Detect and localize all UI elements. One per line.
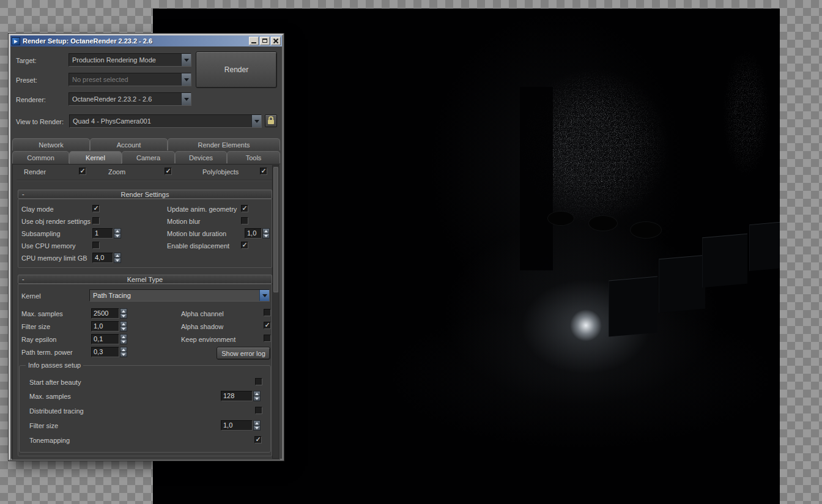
- max-samples-field[interactable]: 2500: [91, 308, 119, 319]
- clay-mode-checkbox[interactable]: ✓: [92, 205, 100, 212]
- target-dropdown[interactable]: Production Rendering Mode: [68, 53, 191, 67]
- show-error-log-button[interactable]: Show error log: [217, 347, 270, 360]
- maximize-button[interactable]: [260, 37, 270, 45]
- info-filter-size-field[interactable]: 1,0: [221, 420, 253, 431]
- spinner-up-icon[interactable]: [120, 321, 127, 327]
- tab-network[interactable]: Network: [12, 138, 90, 150]
- tonemapping-checkbox[interactable]: ✓: [254, 436, 262, 443]
- enable-displacement-checkbox[interactable]: ✓: [241, 242, 248, 249]
- distributed-tracing-checkbox[interactable]: [255, 407, 262, 414]
- motion-blur-checkbox[interactable]: [241, 217, 248, 224]
- kernel-type-rollup-header[interactable]: - Kernel Type: [18, 275, 272, 284]
- scene-cube: [749, 222, 780, 271]
- filter-size-field[interactable]: 1,0: [91, 321, 119, 332]
- render-settings-rollup-header[interactable]: - Render Settings: [18, 190, 272, 199]
- spinner-up-icon[interactable]: [120, 308, 127, 314]
- tab-account[interactable]: Account: [90, 138, 168, 150]
- subsampling-field[interactable]: 1: [92, 228, 113, 239]
- renderer-dropdown-value: OctaneRender 2.23.2 - 2.6: [69, 95, 181, 103]
- spinner-up-icon[interactable]: [120, 347, 127, 352]
- tab-tools[interactable]: Tools: [227, 151, 280, 163]
- use-cpu-memory-checkbox[interactable]: [92, 242, 100, 249]
- renderer-dropdown[interactable]: OctaneRender 2.23.2 - 2.6: [68, 92, 191, 106]
- kernel-dropdown[interactable]: Path Tracing: [89, 289, 270, 302]
- alpha-shadow-checkbox[interactable]: ✓: [264, 322, 271, 329]
- info-max-samples-spinner[interactable]: 128: [221, 391, 261, 401]
- scene-stool: [588, 215, 618, 231]
- tab-kernel[interactable]: Kernel: [69, 151, 122, 164]
- keep-environment-checkbox[interactable]: [264, 335, 271, 342]
- cpu-memory-limit-spinner[interactable]: 4,0: [92, 253, 121, 263]
- rollup-title: Render Settings: [121, 191, 169, 198]
- path-term-power-field[interactable]: 0,3: [91, 347, 119, 357]
- motion-blur-duration-spinner[interactable]: 1,0: [245, 228, 270, 239]
- chevron-down-icon[interactable]: [181, 73, 191, 86]
- subsampling-spinner[interactable]: 1: [92, 228, 121, 239]
- spinner-up-icon[interactable]: [253, 391, 261, 396]
- cpu-memory-limit-field[interactable]: 4,0: [92, 253, 113, 263]
- scene-cube: [702, 234, 747, 287]
- spinner-up-icon[interactable]: [253, 420, 261, 426]
- spinner-down-icon[interactable]: [120, 314, 127, 319]
- alpha-channel-checkbox[interactable]: [264, 309, 271, 316]
- start-after-beauty-checkbox[interactable]: [255, 378, 262, 385]
- scene-stool: [630, 221, 662, 239]
- spinner-up-icon[interactable]: [120, 334, 127, 339]
- distributed-tracing-label: Distributed tracing: [29, 407, 84, 415]
- info-filter-size-spinner[interactable]: 1,0: [221, 420, 261, 431]
- lock-view-button[interactable]: [265, 114, 277, 127]
- tab-label: Camera: [136, 154, 160, 161]
- spinner-down-icon[interactable]: [114, 234, 121, 239]
- spinner-down-icon[interactable]: [120, 339, 127, 344]
- spinner-down-icon[interactable]: [262, 234, 270, 239]
- scrollbar[interactable]: [272, 165, 280, 459]
- collapse-icon[interactable]: -: [22, 275, 24, 283]
- spinner-down-icon[interactable]: [114, 258, 121, 263]
- chevron-down-icon[interactable]: [259, 290, 269, 301]
- tonemapping-label: Tonemapping: [29, 437, 70, 444]
- ray-epsilon-field[interactable]: 0,1: [91, 334, 119, 344]
- info-max-samples-field[interactable]: 128: [221, 391, 253, 401]
- chevron-down-icon[interactable]: [181, 54, 191, 66]
- tab-camera[interactable]: Camera: [122, 151, 175, 163]
- dialog-titlebar[interactable]: Render Setup: OctaneRender 2.23.2 - 2.6: [10, 35, 282, 46]
- render-button[interactable]: Render: [196, 51, 277, 88]
- spinner-up-icon[interactable]: [114, 228, 121, 234]
- spinner-down-icon[interactable]: [120, 327, 127, 332]
- render-pass-label: Render: [24, 168, 46, 176]
- cpu-memory-limit-label: CPU memory limit GB: [21, 254, 87, 262]
- spinner-down-icon[interactable]: [253, 396, 261, 401]
- spinner-down-icon[interactable]: [253, 426, 261, 431]
- filter-size-spinner[interactable]: 1,0: [91, 321, 127, 332]
- render-button-label: Render: [224, 65, 248, 74]
- tab-label: Devices: [189, 154, 213, 161]
- poly-objects-checkbox[interactable]: ✓: [260, 168, 267, 175]
- zoom-pass-checkbox[interactable]: ✓: [165, 168, 172, 175]
- chevron-down-icon[interactable]: [251, 115, 261, 127]
- preset-dropdown[interactable]: No preset selected: [68, 73, 191, 86]
- motion-blur-duration-field[interactable]: 1,0: [245, 228, 262, 239]
- update-anim-geometry-checkbox[interactable]: ✓: [241, 205, 248, 212]
- divider: [17, 180, 277, 180]
- use-obj-render-settings-checkbox[interactable]: [92, 217, 100, 224]
- update-anim-geometry-label: Update anim. geometry: [167, 206, 237, 213]
- path-term-power-label: Path term. power: [21, 349, 73, 356]
- spinner-up-icon[interactable]: [114, 253, 121, 258]
- ray-epsilon-spinner[interactable]: 0,1: [91, 334, 127, 344]
- kernel-label: Kernel: [21, 292, 41, 300]
- render-pass-checkbox[interactable]: ✓: [79, 168, 86, 175]
- collapse-icon[interactable]: -: [22, 190, 24, 198]
- tab-common[interactable]: Common: [12, 151, 69, 163]
- close-button[interactable]: [271, 37, 281, 45]
- spinner-up-icon[interactable]: [262, 228, 270, 234]
- tab-devices[interactable]: Devices: [175, 151, 227, 163]
- tab-render-elements[interactable]: Render Elements: [168, 138, 280, 150]
- scrollbar-thumb[interactable]: [273, 167, 278, 292]
- chevron-down-icon[interactable]: [181, 93, 191, 105]
- path-term-power-spinner[interactable]: 0,3: [91, 347, 127, 357]
- max-samples-spinner[interactable]: 2500: [91, 308, 127, 319]
- alpha-channel-label: Alpha channel: [181, 310, 224, 317]
- view-to-render-dropdown[interactable]: Quad 4 - PhysCamera001: [69, 114, 262, 128]
- spinner-down-icon[interactable]: [120, 352, 127, 357]
- minimize-button[interactable]: [249, 37, 259, 45]
